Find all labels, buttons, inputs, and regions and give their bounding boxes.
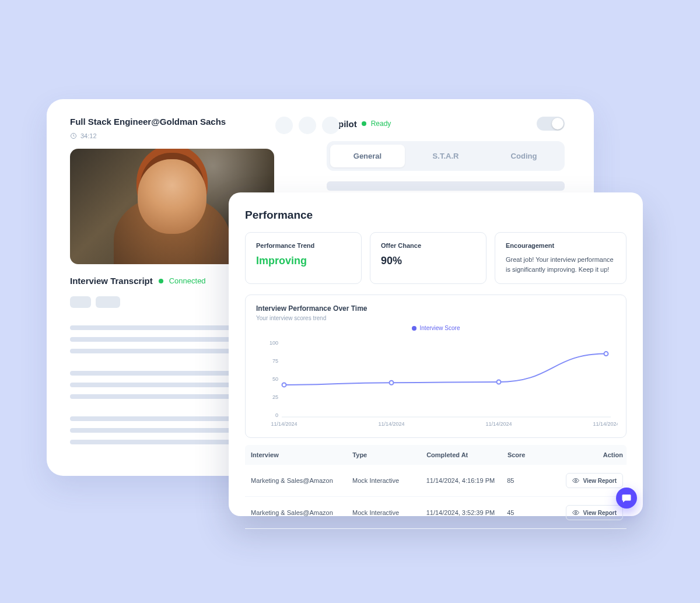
th-completed-at: Completed At <box>426 451 508 458</box>
cell-score: 45 <box>507 509 570 516</box>
eye-icon <box>572 477 579 484</box>
chat-fab-button[interactable] <box>616 488 637 509</box>
cell-interview: Marketing & Sales@Amazon <box>249 509 352 516</box>
svg-text:11/14/2024: 11/14/2024 <box>485 421 512 427</box>
skeleton-chip <box>96 296 120 308</box>
cell-completed-at: 11/14/2024, 4:16:19 PM <box>426 477 507 484</box>
svg-text:50: 50 <box>272 376 278 382</box>
svg-point-9 <box>497 380 501 384</box>
svg-text:25: 25 <box>272 394 278 400</box>
svg-point-16 <box>575 512 577 514</box>
copilot-tabs: General S.T.A.R Coding <box>327 141 565 171</box>
interview-table: Interview Type Completed At Score Action… <box>245 445 626 529</box>
svg-text:75: 75 <box>272 358 278 364</box>
kpi-value: 90% <box>381 255 475 267</box>
th-type: Type <box>352 451 426 458</box>
kpi-body-text: Great job! Your interview performance is… <box>506 255 615 274</box>
kpi-performance-trend: Performance Trend Improving <box>245 232 362 284</box>
chart-subtitle: Your interview scores trend <box>256 315 615 321</box>
eye-icon <box>572 509 579 516</box>
transcript-status: Connected <box>169 276 206 285</box>
th-action: Action <box>571 451 623 458</box>
avatar-placeholder <box>299 117 316 134</box>
table-row: Marketing & Sales@Amazon Mock Interactiv… <box>245 497 626 529</box>
tab-star[interactable]: S.T.A.R <box>408 145 483 167</box>
svg-point-8 <box>390 381 394 385</box>
chart-card: Interview Performance Over Time Your int… <box>245 295 626 438</box>
chat-icon <box>621 493 632 503</box>
avatar-placeholder <box>322 117 340 134</box>
transcript-heading: Interview Transcript <box>70 276 153 286</box>
svg-text:100: 100 <box>270 340 278 346</box>
tab-general[interactable]: General <box>330 145 405 167</box>
chart-title: Interview Performance Over Time <box>256 304 615 313</box>
performance-heading: Performance <box>245 209 626 222</box>
status-dot-icon <box>362 121 366 126</box>
th-score: Score <box>508 451 571 458</box>
view-report-label: View Report <box>583 510 617 516</box>
cell-interview: Marketing & Sales@Amazon <box>249 477 352 484</box>
copilot-content-placeholder <box>327 181 565 191</box>
skeleton-chip <box>70 296 91 308</box>
table-row: Marketing & Sales@Amazon Mock Interactiv… <box>245 465 626 497</box>
performance-card: Performance Performance Trend Improving … <box>229 192 643 516</box>
svg-text:11/14/2024: 11/14/2024 <box>593 421 618 427</box>
view-report-button[interactable]: View Report <box>566 473 623 488</box>
svg-point-7 <box>282 383 286 387</box>
table-header-row: Interview Type Completed At Score Action <box>245 445 626 465</box>
avatar-placeholder <box>275 117 293 134</box>
elapsed-time-value: 34:12 <box>80 132 97 139</box>
tab-coding[interactable]: Coding <box>487 145 561 167</box>
view-report-button[interactable]: View Report <box>566 505 623 520</box>
cell-type: Mock Interactive <box>352 477 426 484</box>
cell-type: Mock Interactive <box>352 509 426 516</box>
toggle-knob <box>552 118 564 129</box>
svg-point-10 <box>604 352 608 356</box>
kpi-label: Performance Trend <box>256 242 351 249</box>
interview-score-chart: 0 25 50 75 100 11/14/2024 11/14/2024 11/… <box>256 334 618 432</box>
chart-legend: Interview Score <box>256 325 615 331</box>
status-dot-icon <box>159 279 163 283</box>
kpi-offer-chance: Offer Chance 90% <box>370 232 487 284</box>
view-report-label: View Report <box>583 478 617 484</box>
kpi-label: Offer Chance <box>381 242 475 249</box>
kpi-value: Improving <box>256 255 351 267</box>
clock-icon <box>70 132 77 139</box>
svg-text:0: 0 <box>275 412 278 418</box>
svg-point-15 <box>575 480 577 482</box>
copilot-status: Ready <box>371 120 391 128</box>
cell-score: 85 <box>507 477 570 484</box>
svg-text:11/14/2024: 11/14/2024 <box>271 421 297 427</box>
copilot-toggle[interactable] <box>537 117 565 131</box>
cell-completed-at: 11/14/2024, 3:52:39 PM <box>426 509 507 516</box>
kpi-label: Encouragement <box>506 242 615 249</box>
svg-text:11/14/2024: 11/14/2024 <box>378 421 404 427</box>
participant-avatars <box>275 117 340 134</box>
th-interview: Interview <box>249 451 352 458</box>
kpi-encouragement: Encouragement Great job! Your interview … <box>495 232 626 284</box>
